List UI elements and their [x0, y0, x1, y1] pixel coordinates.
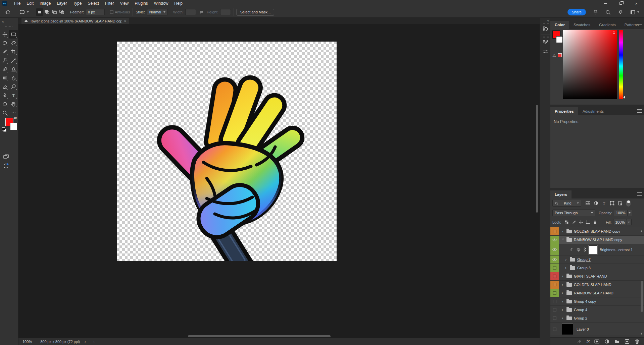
swap-width-height-icon[interactable]	[199, 9, 204, 15]
rectangular-marquee-tool[interactable]	[9, 30, 18, 39]
layers-scrollbar[interactable]	[641, 281, 643, 312]
home-button[interactable]	[3, 8, 12, 16]
opacity-dropdown[interactable]	[628, 210, 632, 216]
default-colors-icon[interactable]	[2, 127, 6, 131]
visibility-toggle[interactable]	[550, 281, 559, 289]
panel-menu-icon[interactable]	[637, 23, 642, 26]
menu-filter[interactable]: Filter	[102, 0, 117, 7]
menu-plugins[interactable]: Plugins	[132, 0, 151, 7]
layer-row[interactable]: ›GOLDEN SLAP HAND copy	[550, 227, 644, 236]
intersect-selection-mode[interactable]	[58, 8, 65, 16]
visibility-toggle[interactable]	[550, 323, 559, 336]
trash-icon[interactable]	[634, 339, 640, 344]
healing-brush-tool[interactable]	[0, 65, 9, 73]
layer-filter-select[interactable]: Kind	[552, 200, 581, 207]
tool-preset[interactable]	[18, 8, 30, 16]
new-selection-mode[interactable]	[36, 8, 43, 16]
polygonal-lasso-tool[interactable]	[9, 39, 18, 47]
lasso-tool[interactable]	[0, 39, 9, 47]
scroll-up-arrow[interactable]: ▲	[640, 229, 643, 233]
visibility-toggle[interactable]	[550, 272, 559, 280]
hue-slider[interactable]	[619, 30, 623, 99]
tab-layers[interactable]: Layers	[550, 190, 572, 198]
subtract-from-selection-mode[interactable]	[51, 8, 58, 16]
link-layers-icon[interactable]	[577, 339, 582, 344]
anti-alias-option[interactable]: Anti-alias	[110, 10, 130, 14]
menu-view[interactable]: View	[117, 0, 132, 7]
bell-icon[interactable]	[593, 9, 598, 15]
filter-smart-objects-icon[interactable]	[616, 200, 624, 206]
lock-pixels-icon[interactable]	[570, 220, 577, 225]
fill-input[interactable]: 100%	[613, 219, 627, 225]
layer-row[interactable]: ›Group 4	[550, 306, 644, 314]
menu-window[interactable]: Window	[151, 0, 171, 7]
menu-file[interactable]: File	[11, 0, 23, 7]
fill-dropdown[interactable]	[627, 219, 632, 225]
lock-position-icon[interactable]	[577, 220, 584, 225]
restore-button[interactable]	[613, 0, 629, 7]
layer-style-icon[interactable]: fx	[587, 339, 590, 344]
panel-grip[interactable]	[542, 37, 549, 38]
layer-row[interactable]: ›GOLDEN SLAP HAND	[550, 281, 644, 289]
tab-adjustments[interactable]: Adjustments	[578, 107, 608, 115]
horizontal-scrollbar[interactable]	[188, 335, 331, 337]
height-input[interactable]	[220, 9, 231, 15]
filter-type-layers-icon[interactable]: T	[600, 200, 608, 206]
visibility-toggle[interactable]	[550, 244, 559, 255]
layer-row[interactable]: Layer 0	[550, 323, 644, 336]
menu-select[interactable]: Select	[85, 0, 102, 7]
layer-row[interactable]: ›GIANT SLAP HAND	[550, 272, 644, 281]
sponge-tool[interactable]	[0, 100, 9, 108]
filter-toggle[interactable]	[626, 200, 631, 207]
discover-icon[interactable]	[617, 9, 623, 15]
gradient-tool[interactable]	[0, 73, 9, 82]
eraser-tool[interactable]	[0, 82, 9, 91]
close-tab-icon[interactable]: ×	[124, 19, 126, 23]
menu-type[interactable]: Type	[70, 0, 85, 7]
new-group-icon[interactable]	[614, 339, 620, 344]
lock-artboard-icon[interactable]	[584, 220, 591, 225]
visibility-toggle[interactable]	[550, 264, 559, 272]
select-and-mask-button[interactable]: Select and Mask...	[237, 9, 275, 15]
document-canvas[interactable]	[117, 42, 337, 261]
visibility-toggle[interactable]	[550, 297, 559, 305]
sync-button[interactable]	[3, 163, 16, 171]
expand-panels-icon[interactable]: «	[547, 19, 549, 22]
background-color-swatch[interactable]	[10, 123, 17, 130]
visibility-toggle[interactable]	[550, 236, 559, 244]
vertical-scrollbar[interactable]	[536, 105, 538, 213]
menu-layer[interactable]: Layer	[54, 0, 70, 7]
add-to-selection-mode[interactable]	[43, 8, 51, 16]
filter-shape-layers-icon[interactable]	[608, 200, 616, 206]
tab-gradients[interactable]: Gradients	[595, 21, 620, 29]
history-panel-button[interactable]	[542, 25, 549, 33]
layer-row[interactable]: ›Group 7	[550, 255, 644, 264]
blend-mode-select[interactable]: Pass Through	[552, 210, 595, 216]
move-tool[interactable]	[0, 30, 9, 39]
visibility-toggle[interactable]	[550, 289, 559, 297]
tab-swatches[interactable]: Swatches	[569, 21, 595, 29]
filter-adjustment-layers-icon[interactable]	[592, 200, 600, 206]
screen-mode-button[interactable]	[3, 154, 16, 162]
status-chevron[interactable]: ›	[85, 340, 86, 344]
new-adjustment-layer-icon[interactable]	[604, 339, 610, 344]
tab-properties[interactable]: Properties	[550, 107, 578, 115]
layer-row[interactable]: ›Group 4 copy	[550, 297, 644, 306]
gamut-color-swatch[interactable]	[558, 53, 562, 57]
visibility-toggle[interactable]	[550, 314, 559, 322]
type-tool[interactable]: T	[9, 91, 18, 100]
clone-stamp-tool[interactable]	[9, 65, 18, 73]
panel-menu-icon[interactable]	[637, 192, 642, 196]
layer-thumbnail[interactable]	[562, 324, 573, 335]
crop-tool[interactable]	[9, 47, 18, 56]
lock-transparency-icon[interactable]	[563, 220, 570, 225]
feather-input[interactable]	[86, 9, 105, 15]
swap-colors-icon[interactable]: ⇄	[14, 116, 17, 120]
hand-tool[interactable]	[9, 100, 18, 108]
dodge-tool[interactable]	[9, 82, 18, 91]
filter-pixel-layers-icon[interactable]	[584, 200, 592, 206]
zoom-level-field[interactable]: 100%	[18, 340, 36, 344]
pen-tool[interactable]	[0, 91, 9, 100]
menu-edit[interactable]: Edit	[23, 0, 37, 7]
menu-help[interactable]: Help	[171, 0, 186, 7]
